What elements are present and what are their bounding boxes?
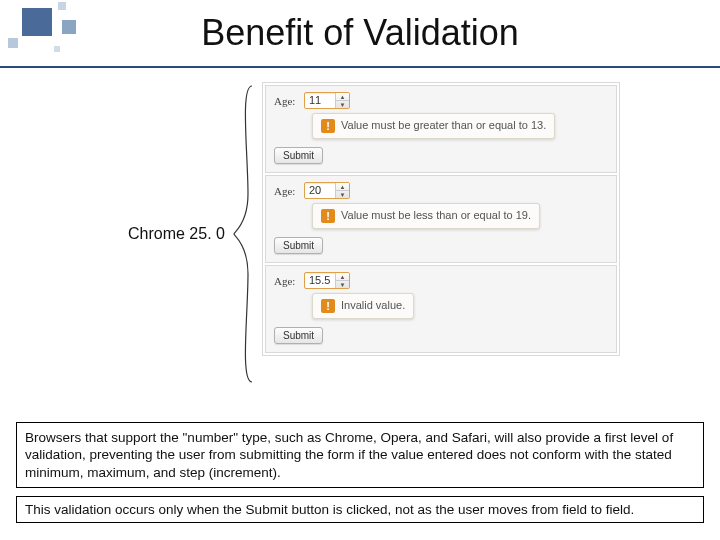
submit-button[interactable]: Submit — [274, 327, 323, 344]
browser-label: Chrome 25. 0 — [128, 225, 225, 243]
footer-note-1: Browsers that support the "number" type,… — [16, 422, 704, 488]
step-down-icon[interactable]: ▼ — [336, 191, 349, 198]
warning-icon: ! — [321, 299, 335, 313]
corner-decor — [58, 2, 66, 10]
input-value: 15.5 — [305, 273, 335, 288]
submit-button[interactable]: Submit — [274, 237, 323, 254]
footer-note-2: This validation occurs only when the Sub… — [16, 496, 704, 523]
field-label: Age: — [274, 185, 300, 197]
step-up-icon[interactable]: ▲ — [336, 273, 349, 281]
warning-icon: ! — [321, 209, 335, 223]
validation-examples: Age: 11 ▲ ▼ ! Value must be greater than… — [262, 82, 620, 356]
validation-message: Value must be greater than or equal to 1… — [341, 119, 546, 133]
number-stepper[interactable]: ▲ ▼ — [335, 273, 349, 288]
title-underline — [0, 66, 720, 68]
field-label: Age: — [274, 95, 300, 107]
validation-message: Value must be less than or equal to 19. — [341, 209, 531, 223]
example-panel: Age: 11 ▲ ▼ ! Value must be greater than… — [265, 85, 617, 173]
validation-message: Invalid value. — [341, 299, 405, 313]
input-value: 11 — [305, 93, 335, 108]
curly-brace — [230, 84, 260, 384]
page-title: Benefit of Validation — [0, 12, 720, 54]
age-input[interactable]: 15.5 ▲ ▼ — [304, 272, 350, 289]
example-panel: Age: 20 ▲ ▼ ! Value must be less than or… — [265, 175, 617, 263]
validation-tooltip: ! Invalid value. — [312, 293, 414, 319]
input-value: 20 — [305, 183, 335, 198]
number-stepper[interactable]: ▲ ▼ — [335, 183, 349, 198]
step-down-icon[interactable]: ▼ — [336, 281, 349, 288]
field-label: Age: — [274, 275, 300, 287]
age-input[interactable]: 20 ▲ ▼ — [304, 182, 350, 199]
example-panel: Age: 15.5 ▲ ▼ ! Invalid value. Submit — [265, 265, 617, 353]
submit-button[interactable]: Submit — [274, 147, 323, 164]
number-stepper[interactable]: ▲ ▼ — [335, 93, 349, 108]
warning-icon: ! — [321, 119, 335, 133]
age-input[interactable]: 11 ▲ ▼ — [304, 92, 350, 109]
validation-tooltip: ! Value must be less than or equal to 19… — [312, 203, 540, 229]
validation-tooltip: ! Value must be greater than or equal to… — [312, 113, 555, 139]
step-down-icon[interactable]: ▼ — [336, 101, 349, 108]
step-up-icon[interactable]: ▲ — [336, 93, 349, 101]
step-up-icon[interactable]: ▲ — [336, 183, 349, 191]
